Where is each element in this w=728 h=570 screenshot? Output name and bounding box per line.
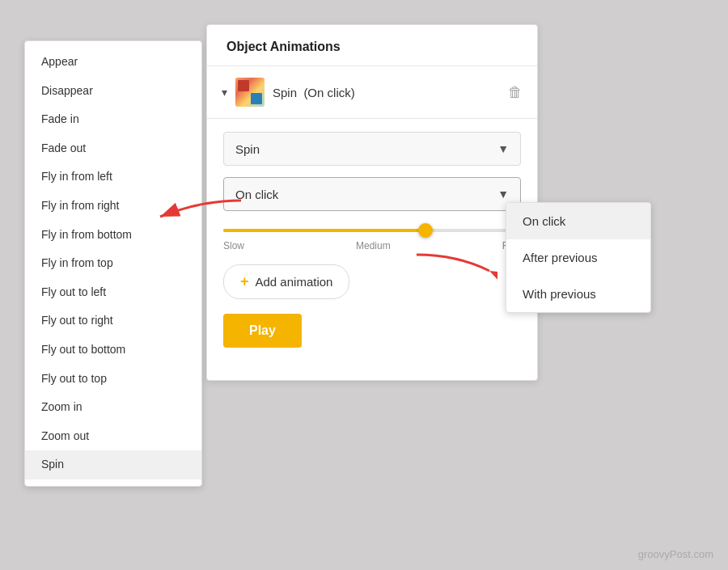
medium-label: Medium — [356, 240, 391, 251]
watermark: groovyPost.com — [638, 548, 713, 560]
list-item[interactable]: Zoom out — [25, 422, 201, 451]
list-item[interactable]: Fly in from right — [25, 192, 201, 221]
speed-slider-section: Slow Medium Fast — [223, 222, 521, 251]
list-item[interactable]: Fly out to bottom — [25, 336, 201, 365]
list-item[interactable]: Fly in from left — [25, 163, 201, 192]
panel-title: Object Animations — [207, 25, 537, 66]
list-item[interactable]: Disappear — [25, 77, 201, 106]
list-item[interactable]: Fly in from top — [25, 249, 201, 278]
add-animation-label: Add animation — [256, 275, 333, 289]
animation-thumbnail — [235, 78, 265, 107]
list-item[interactable]: Zoom in — [25, 393, 201, 422]
delete-icon[interactable]: 🗑 — [508, 84, 523, 101]
object-animations-panel: Object Animations ▾ Spin (On click) 🗑 Sp… — [206, 24, 538, 381]
list-item[interactable]: Fly out to top — [25, 365, 201, 394]
animation-entry-label: Spin (On click) — [273, 86, 500, 99]
slider-track — [223, 229, 521, 232]
dropdown-arrow-icon: ▼ — [497, 142, 509, 155]
trigger-dropdown-popup: On click After previous With previous — [506, 202, 651, 313]
animation-type-value: Spin — [235, 142, 260, 156]
list-item[interactable]: Fly out to left — [25, 278, 201, 307]
slow-label: Slow — [223, 240, 244, 251]
list-item[interactable]: Fly in from bottom — [25, 221, 201, 250]
list-item[interactable]: Fly out to right — [25, 306, 201, 336]
panel-body: Spin ▼ On click ▼ Slow Medium Fast + — [207, 119, 537, 361]
trigger-option-with-previous[interactable]: With previous — [506, 276, 650, 312]
slider-thumb[interactable] — [418, 223, 433, 238]
slider-container[interactable] — [223, 222, 521, 235]
plus-icon: + — [240, 273, 249, 290]
trigger-dropdown-arrow-icon: ▼ — [497, 188, 509, 201]
play-button[interactable]: Play — [223, 314, 302, 348]
slider-fill — [223, 229, 425, 232]
animation-list-panel: Appear Disappear Fade in Fade out Fly in… — [24, 40, 202, 487]
list-item[interactable]: Appear — [25, 48, 201, 77]
trigger-option-on-click[interactable]: On click — [506, 203, 650, 239]
list-item[interactable]: Fade in — [25, 105, 201, 134]
slider-labels: Slow Medium Fast — [223, 240, 521, 251]
chevron-down-icon[interactable]: ▾ — [222, 86, 227, 99]
list-item-spin[interactable]: Spin — [25, 450, 201, 479]
list-item[interactable]: Fade out — [25, 134, 201, 163]
animation-entry: ▾ Spin (On click) 🗑 — [207, 66, 537, 119]
trigger-value: On click — [235, 188, 278, 201]
trigger-dropdown[interactable]: On click ▼ — [223, 177, 521, 211]
trigger-option-after-previous[interactable]: After previous — [506, 239, 650, 276]
add-animation-button[interactable]: + Add animation — [223, 264, 349, 299]
animation-type-dropdown[interactable]: Spin ▼ — [223, 132, 521, 166]
